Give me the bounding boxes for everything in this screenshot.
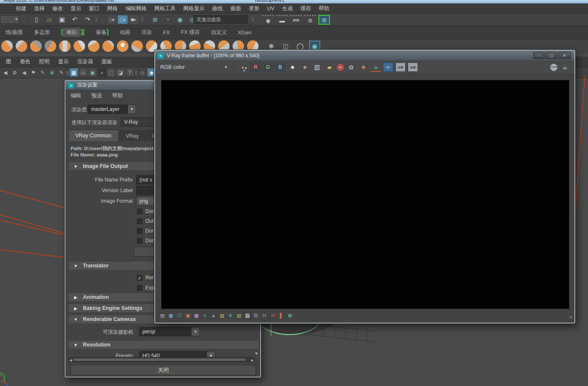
two-d-pan-zoom-icon[interactable]: ⊕: [48, 68, 57, 77]
compare-vertical-icon[interactable]: A/B: [408, 62, 418, 72]
renderable-camera-dropdown-arrow[interactable]: ▼: [191, 327, 200, 336]
snap-to-grid-icon[interactable]: ⊞: [150, 15, 161, 24]
red-channel-button[interactable]: R: [250, 63, 261, 72]
chevron-down-icon[interactable]: ▼: [224, 65, 233, 69]
shelf-tab-fx-caching[interactable]: FX 缓存: [175, 26, 205, 38]
group-collapse-arrow[interactable]: ⟩: [95, 16, 97, 22]
rs-tab-vray-common[interactable]: VRay Common: [68, 130, 119, 141]
film-gate-icon[interactable]: ▭: [79, 68, 88, 77]
shelf-tab-polygons[interactable]: 多边形: [28, 26, 56, 38]
grab-brush-icon[interactable]: [45, 40, 56, 52]
vfb-white-balance-icon[interactable]: Ⓦ: [253, 312, 259, 319]
shelf-tab-rendering[interactable]: 渲染: [136, 26, 157, 38]
render-layer-dropdown[interactable]: masterLayer: [88, 105, 128, 114]
vfb-levels-icon[interactable]: ≡: [202, 312, 208, 319]
panel-menu-shading[interactable]: 着色: [16, 58, 35, 65]
vfb-minimize-button[interactable]: ─: [533, 52, 545, 59]
vfb-stereo-icon[interactable]: ▌: [278, 312, 285, 319]
shelf-tab-curves-surfaces[interactable]: 线/曲面: [0, 26, 28, 38]
rs-checkbox-output[interactable]: Out: [137, 218, 153, 224]
vfb-h-gray-icon[interactable]: H: [261, 312, 268, 319]
panel-menu-view[interactable]: 图: [2, 58, 16, 65]
rs-menu-edit[interactable]: 编辑: [65, 91, 86, 100]
vfb-pixel-info-icon[interactable]: ▦: [193, 312, 200, 319]
vfb-layers-icon[interactable]: ▦: [168, 312, 174, 319]
checkbox[interactable]: [137, 209, 142, 214]
vfb-folder-icon[interactable]: ▤: [159, 312, 166, 319]
repeat-brush-icon[interactable]: [117, 40, 128, 52]
safe-title-icon[interactable]: T: [125, 68, 134, 77]
rs-checkbox-dont-3[interactable]: Don: [137, 238, 155, 244]
selected-curve-segment[interactable]: [271, 322, 271, 336]
channel-dropdown[interactable]: RGB color: [160, 64, 224, 70]
safe-action-icon[interactable]: ◪: [116, 68, 125, 77]
relax-brush-icon[interactable]: [30, 40, 42, 52]
menu-surfaces[interactable]: 曲面: [227, 3, 245, 14]
redo-icon[interactable]: ↷: [82, 15, 93, 24]
switch-to-white-icon[interactable]: ●: [287, 62, 298, 72]
renderable-camera-dropdown[interactable]: persp: [139, 327, 191, 336]
select-object-icon[interactable]: ◯▸: [118, 15, 128, 24]
vfb-curve-icon[interactable]: ▨: [219, 312, 225, 319]
menu-cache[interactable]: 缓存: [296, 3, 315, 14]
menu-curves[interactable]: 曲线: [208, 3, 227, 14]
image-plane-icon[interactable]: ✎: [38, 68, 47, 77]
shelf-tab-fx[interactable]: FX: [157, 26, 175, 38]
scrollbar-thumb[interactable]: [73, 358, 246, 361]
menu-display[interactable]: 显示: [67, 3, 85, 14]
menu-edit-mesh[interactable]: 编辑网格: [122, 3, 151, 14]
checkbox[interactable]: [137, 228, 142, 234]
nurbs-wire-curve[interactable]: [574, 76, 585, 228]
render-last-icon[interactable]: ☕: [371, 62, 381, 72]
render-current-frame-icon[interactable]: ▬: [276, 15, 288, 25]
render-layer-dropdown-arrow[interactable]: ▼: [128, 105, 136, 114]
nurbs-wire-curve[interactable]: [0, 214, 68, 234]
checkbox[interactable]: [137, 285, 142, 291]
vfb-close-button[interactable]: ✕: [558, 52, 571, 59]
menu-select[interactable]: 选择: [30, 3, 48, 14]
track-mouse-icon[interactable]: ✚: [358, 62, 369, 72]
checkbox[interactable]: [137, 238, 142, 244]
pinch-brush-icon[interactable]: [59, 40, 71, 52]
save-scene-icon[interactable]: ▣: [57, 15, 68, 24]
copy-to-host-icon[interactable]: ⧉: [346, 62, 356, 72]
clear-image-button[interactable]: ✕: [337, 64, 344, 71]
menu-mesh-tools[interactable]: 网格工具: [151, 3, 179, 14]
render-teapot-icon[interactable]: ☕: [562, 64, 568, 71]
smooth-brush-icon[interactable]: [16, 40, 27, 52]
resolution-gate-icon[interactable]: ◉: [88, 68, 97, 77]
vfb-lut-icon[interactable]: ▧: [236, 312, 242, 319]
green-channel-button[interactable]: G: [263, 63, 273, 72]
field-chart-icon[interactable]: ⬚: [107, 68, 116, 77]
shelf-tab-animation[interactable]: 动画: [114, 26, 136, 38]
rgb-channels-icon[interactable]: ●: [237, 62, 248, 72]
shelf-tab-rigging[interactable]: 装备]: [90, 26, 114, 38]
close-button[interactable]: 关闭: [71, 365, 256, 375]
imprint-brush-icon[interactable]: [131, 40, 143, 52]
rs-checkbox-dont-2[interactable]: Don: [137, 228, 155, 234]
select-component-icon[interactable]: ▣▸: [128, 15, 138, 24]
wireframe-mode-icon[interactable]: ◇: [138, 68, 147, 77]
rs-menu-help[interactable]: 帮助: [107, 91, 128, 100]
switch-to-gray-icon[interactable]: ●: [300, 62, 310, 72]
rs-checkbox-export[interactable]: Exp: [137, 285, 154, 291]
spray-brush-icon[interactable]: [102, 40, 114, 52]
rs-checkbox-render[interactable]: ✓Ren: [137, 275, 155, 281]
snap-to-curve-icon[interactable]: ◔: [162, 15, 173, 24]
menu-help[interactable]: 帮助: [315, 3, 333, 14]
gate-mask-icon[interactable]: ●: [97, 68, 106, 77]
vfb-region-icon[interactable]: ⊞: [287, 312, 293, 319]
rs-checkbox-dont-1[interactable]: Don: [137, 208, 155, 214]
sculpt-brush-icon[interactable]: [1, 40, 13, 52]
view-gear-icon[interactable]: ⚙: [10, 68, 19, 77]
vfb-exposure-icon[interactable]: ▣: [185, 312, 191, 319]
back-view-icon[interactable]: ◀: [20, 68, 28, 77]
vfb-h-red-icon[interactable]: H: [270, 312, 276, 319]
snap-to-point-icon[interactable]: ◉: [174, 15, 185, 24]
checkbox[interactable]: ✓: [137, 275, 142, 281]
blue-channel-button[interactable]: B: [275, 63, 285, 72]
select-hierarchy-icon[interactable]: ▢▸: [107, 15, 117, 24]
menu-uv[interactable]: UV: [263, 3, 278, 14]
open-scene-icon[interactable]: ▱: [44, 15, 55, 24]
menu-create[interactable]: 创建: [12, 3, 30, 14]
